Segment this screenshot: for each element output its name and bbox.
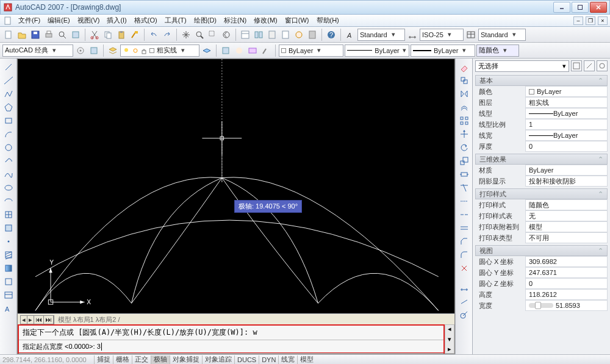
color-dropdown[interactable]: ByLayer▾ [279, 45, 343, 57]
value-material[interactable]: ByLayer [525, 165, 608, 176]
textstyle-icon[interactable]: A [344, 29, 356, 41]
value-layer[interactable]: 粗实线 [525, 97, 608, 108]
toolpalette-icon[interactable] [266, 29, 278, 41]
markup-icon[interactable] [293, 29, 305, 41]
menu-help[interactable]: 帮助(H) [313, 15, 343, 26]
publish-icon[interactable] [70, 29, 82, 41]
dim-style-dropdown[interactable]: ISO-25▾ [420, 29, 464, 41]
table-style-dropdown[interactable]: Standard▾ [478, 29, 526, 41]
revcloud-tool-icon[interactable] [2, 155, 15, 167]
plotstyle-dropdown[interactable]: 随颜色▾ [476, 45, 519, 57]
maximize-button[interactable] [572, 2, 589, 13]
tab-nav[interactable]: ◂▸⏮⏭ [20, 315, 54, 324]
value-height[interactable]: 118.2612 [525, 289, 608, 300]
menu-edit[interactable]: 编辑(E) [44, 15, 74, 26]
properties-icon[interactable] [239, 29, 251, 41]
explode-tool-icon[interactable] [458, 262, 470, 274]
value-cz[interactable]: 0 [525, 278, 608, 289]
help-icon[interactable]: ? [325, 29, 337, 41]
open-icon[interactable] [16, 29, 28, 41]
circle-tool-icon[interactable] [2, 141, 15, 154]
menu-window[interactable]: 窗口(W) [281, 15, 313, 26]
toggle-dyn[interactable]: DYN [259, 355, 278, 364]
arc-tool-icon[interactable] [2, 128, 15, 140]
quickselect-icon[interactable] [571, 60, 582, 71]
toggle-snap[interactable]: 捕捉 [94, 355, 113, 364]
chamfer-tool-icon[interactable] [458, 235, 470, 248]
break-tool-icon[interactable] [458, 209, 470, 221]
rotate-tool-icon[interactable] [458, 141, 470, 154]
designcenter-icon[interactable] [253, 29, 265, 41]
group-view[interactable]: 视图⌃ [475, 245, 608, 256]
mtext-tool-icon[interactable]: A [2, 302, 15, 315]
ellipse-tool-icon[interactable] [2, 182, 15, 194]
lineweight-dropdown[interactable]: ByLayer▾ [411, 45, 475, 57]
layer-prev-icon[interactable] [201, 45, 213, 57]
join-tool-icon[interactable] [458, 222, 470, 234]
qcalc-icon[interactable] [306, 29, 318, 41]
toggle-ducs[interactable]: DUCS [234, 355, 259, 364]
preview-icon[interactable] [56, 29, 68, 41]
dimstyle-icon[interactable] [406, 29, 418, 41]
dim-radius-icon[interactable] [458, 309, 470, 321]
minimize-button[interactable] [553, 2, 570, 13]
array-tool-icon[interactable] [458, 115, 470, 127]
zoom-realtime-icon[interactable] [193, 29, 206, 41]
zoom-prev-icon[interactable] [220, 29, 232, 41]
xline-tool-icon[interactable] [2, 74, 15, 87]
text-style-dropdown[interactable]: Standard▾ [357, 29, 405, 41]
layer-manager-icon[interactable] [107, 45, 119, 57]
layeriso-icon[interactable] [220, 45, 232, 57]
workspace-settings-icon[interactable] [74, 45, 87, 57]
toggle-osnap[interactable]: 对象捕捉 [170, 355, 202, 364]
value-ptype[interactable]: 不可用 [525, 232, 608, 243]
redo-icon[interactable] [161, 29, 173, 41]
toggle-ortho[interactable]: 正交 [132, 355, 151, 364]
pickadd-icon[interactable] [584, 60, 595, 71]
table-tool-icon[interactable] [2, 289, 15, 301]
hatch-tool-icon[interactable] [2, 249, 15, 261]
copy-tool-icon[interactable] [458, 74, 470, 87]
zoom-window-icon[interactable] [207, 29, 219, 41]
polyline-tool-icon[interactable] [2, 88, 15, 100]
mdi-close-button[interactable]: × [598, 16, 608, 25]
dim-linear-icon[interactable] [458, 282, 470, 294]
layerstate-icon[interactable] [246, 45, 259, 57]
offset-tool-icon[interactable] [458, 101, 470, 113]
command-input-line[interactable]: 指定起点宽度 <0.0000>: 3 [19, 340, 443, 354]
close-button[interactable] [590, 2, 607, 13]
mdi-minimize-button[interactable]: – [573, 16, 583, 25]
command-scrollbar[interactable]: ◂▾▸ [445, 324, 454, 354]
polygon-tool-icon[interactable] [2, 101, 15, 113]
selection-dropdown[interactable]: 无选择▾ [475, 60, 569, 72]
spline-tool-icon[interactable] [2, 168, 15, 180]
layoff-icon[interactable] [233, 45, 245, 57]
value-cx[interactable]: 309.6982 [525, 256, 608, 267]
toggle-otrack[interactable]: 对象追踪 [202, 355, 234, 364]
scale-tool-icon[interactable] [458, 155, 470, 167]
value-width[interactable]: 51.8593 [525, 300, 608, 311]
fillet-tool-icon[interactable] [458, 249, 470, 261]
mdi-restore-button[interactable]: ❐ [586, 16, 595, 25]
new-icon[interactable] [2, 29, 15, 41]
value-color[interactable]: ByLayer [525, 86, 608, 97]
paste-icon[interactable] [115, 29, 127, 41]
sheet-icon[interactable] [279, 29, 292, 41]
trim-tool-icon[interactable] [458, 182, 470, 194]
mirror-tool-icon[interactable] [458, 88, 470, 100]
erase-tool-icon[interactable] [458, 61, 470, 73]
value-ltscale[interactable]: 1 [525, 119, 608, 130]
menu-insert[interactable]: 插入(I) [103, 15, 130, 26]
cut-icon[interactable] [88, 29, 101, 41]
linetype-dropdown[interactable]: ByLayer▾ [345, 45, 409, 57]
value-pattach[interactable]: 模型 [525, 221, 608, 232]
ellipsearc-tool-icon[interactable] [2, 195, 15, 207]
value-linetype[interactable]: ByLayer [525, 108, 608, 119]
pan-icon[interactable] [180, 29, 192, 41]
group-3dfx[interactable]: 三维效果⌃ [475, 154, 608, 165]
menu-format[interactable]: 格式(O) [131, 15, 161, 26]
gradient-tool-icon[interactable] [2, 262, 15, 274]
save-icon[interactable] [29, 29, 41, 41]
menu-view[interactable]: 视图(V) [74, 15, 104, 26]
group-basic[interactable]: 基本⌃ [475, 75, 608, 86]
